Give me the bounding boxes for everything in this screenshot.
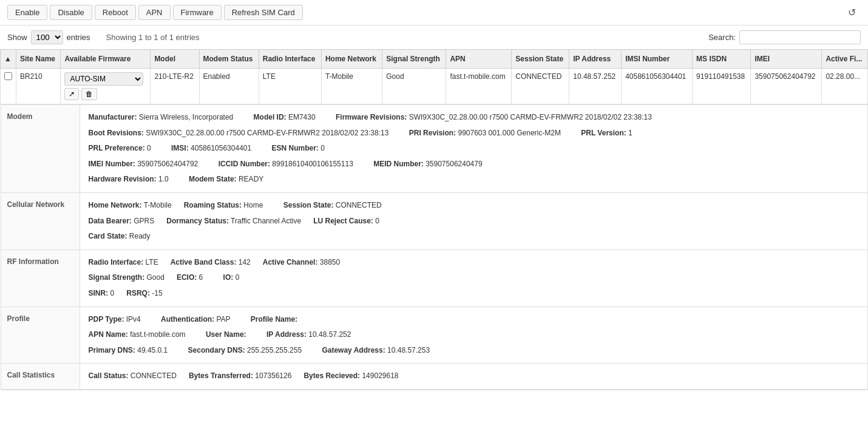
- card-state-label: Card State:: [89, 232, 127, 240]
- entries-select[interactable]: 100 25 50: [31, 30, 63, 44]
- col-available-firmware[interactable]: Available Firmware: [61, 50, 151, 69]
- dormancy-value: Traffic Channel Active: [231, 217, 301, 225]
- call-stats-section: Call Statistics Call Status: CONNECTED B…: [1, 364, 867, 390]
- profile-section: Profile PDP Type: IPv4 Authentication: P…: [1, 307, 867, 364]
- sinr-value: 0: [110, 289, 115, 297]
- rf-line3: SINR: 0 RSRQ: -15: [89, 287, 859, 300]
- prl-pref-label: PRL Preference:: [89, 144, 145, 152]
- refresh-icon[interactable]: ↺: [848, 7, 856, 18]
- col-imsi-number[interactable]: IMSI Number: [622, 50, 693, 69]
- bytes-transferred-label: Bytes Transferred:: [189, 371, 253, 380]
- col-signal-strength[interactable]: Signal Strength: [382, 50, 446, 69]
- col-ms-isdn[interactable]: MS ISDN: [693, 50, 751, 69]
- meid-value: 35907506240479: [426, 160, 482, 168]
- esn-label: ESN Number:: [272, 144, 319, 152]
- cell-home-network: T-Mobile: [321, 69, 382, 104]
- firmware-button[interactable]: Firmware: [173, 5, 222, 20]
- col-session-state[interactable]: Session State: [512, 50, 569, 69]
- call-stats-line1: Call Status: CONNECTED Bytes Transferred…: [89, 370, 859, 383]
- cellular-line3: Card State: Ready: [89, 230, 859, 243]
- cell-imsi-number: 405861056304401: [622, 69, 693, 104]
- enable-button[interactable]: Enable: [7, 5, 47, 20]
- data-bearer-value: GPRS: [134, 217, 154, 225]
- toolbar: Enable Disable Reboot APN Firmware Refre…: [0, 0, 868, 25]
- pdp-type-value: IPv4: [126, 315, 141, 324]
- profile-line1: PDP Type: IPv4 Authentication: PAP Profi…: [89, 313, 859, 327]
- imsi-value: 405861056304401: [191, 144, 251, 152]
- col-model[interactable]: Model: [151, 50, 199, 69]
- disable-button[interactable]: Disable: [50, 5, 92, 20]
- pdp-type-label: PDP Type:: [89, 315, 124, 324]
- cell-active-fi: 02.28.00...: [822, 69, 868, 104]
- active-channel-label: Active Channel:: [263, 258, 318, 266]
- show-label: Show: [7, 33, 27, 42]
- showing-text: Showing 1 to 1 of 1 entries: [106, 33, 200, 42]
- col-radio-interface[interactable]: Radio Interface: [259, 50, 321, 69]
- gateway-label: Gateway Address:: [322, 346, 385, 354]
- modem-state-label: Modem State:: [189, 175, 237, 183]
- call-status-label: Call Status:: [89, 371, 129, 380]
- col-active-fi[interactable]: Active Fi...: [822, 50, 868, 69]
- col-imei[interactable]: IMEI: [751, 50, 822, 69]
- gateway-value: 10.48.57.253: [387, 346, 430, 354]
- call-stats-label: Call Statistics: [1, 364, 80, 390]
- cell-imei: 359075062404792: [751, 69, 822, 104]
- table-header-row: ▲ Site Name Available Firmware Model Mod…: [1, 50, 868, 69]
- col-ip-address[interactable]: IP Address: [569, 50, 622, 69]
- row-checkbox[interactable]: [4, 72, 12, 80]
- cellular-section: Cellular Network Home Network: T-Mobile …: [1, 193, 867, 250]
- col-apn[interactable]: APN: [446, 50, 512, 69]
- cell-radio-interface: LTE: [259, 69, 321, 104]
- cell-ip-address: 10.48.57.252: [569, 69, 622, 104]
- esn-value: 0: [320, 144, 325, 152]
- imei-label: IMEI Number:: [89, 160, 135, 168]
- main-table: ▲ Site Name Available Firmware Model Mod…: [0, 49, 868, 390]
- rf-line1: Radio Interface: LTE Active Band Class: …: [89, 256, 859, 270]
- rf-content: Radio Interface: LTE Active Band Class: …: [80, 250, 867, 307]
- reboot-button[interactable]: Reboot: [95, 5, 136, 20]
- auth-label: Authentication:: [161, 315, 214, 324]
- firmware-upload-icon[interactable]: ↗: [64, 88, 79, 100]
- cell-apn: fast.t-mobile.com: [446, 69, 512, 104]
- firmware-actions: ↗ 🗑: [64, 88, 146, 100]
- signal-strength-label: Signal Strength:: [89, 273, 145, 282]
- hw-rev-label: Hardware Revision:: [89, 175, 157, 183]
- iccid-value: 89918610400106155113: [272, 160, 353, 168]
- active-band-value: 142: [239, 258, 251, 266]
- session-state-label: Session State:: [283, 201, 334, 209]
- imsi-label: IMSI:: [171, 144, 189, 152]
- active-band-label: Active Band Class:: [171, 258, 237, 266]
- cell-session-state: CONNECTED: [512, 69, 569, 104]
- col-home-network[interactable]: Home Network: [321, 50, 382, 69]
- search-input[interactable]: [739, 30, 861, 44]
- col-modem-status[interactable]: Modem Status: [199, 50, 259, 69]
- radio-iface-value: LTE: [146, 258, 158, 266]
- secondary-dns-label: Secondary DNS:: [188, 346, 245, 354]
- cellular-label: Cellular Network: [1, 193, 80, 250]
- apn-button[interactable]: APN: [138, 5, 171, 20]
- modem-label: Modem: [1, 105, 80, 193]
- sinr-label: SINR:: [89, 289, 109, 297]
- imei-value: 359075062404792: [137, 160, 198, 168]
- table-row: BR210 AUTO-SIM ↗ 🗑 210-LTE-R2 Enabled LT…: [1, 69, 868, 104]
- sort-col[interactable]: ▲: [1, 50, 16, 69]
- modem-line2: Boot Revisions: SWI9X30C_02.28.00.00 r75…: [89, 127, 859, 140]
- meid-label: MEID Number:: [373, 160, 424, 168]
- card-state-value: Ready: [129, 232, 151, 240]
- model-id-value: EM7430: [288, 113, 316, 121]
- io-value: 0: [236, 273, 240, 282]
- cellular-content: Home Network: T-Mobile Roaming Status: H…: [80, 193, 867, 250]
- roaming-status-label: Roaming Status:: [184, 201, 242, 209]
- apn-name-label: APN Name:: [89, 330, 128, 339]
- col-site-name[interactable]: Site Name: [16, 50, 61, 69]
- refresh-sim-button[interactable]: Refresh SIM Card: [224, 5, 303, 20]
- show-entries-container: Show 100 25 50 entries Showing 1 to 1 of…: [7, 30, 200, 44]
- search-label: Search:: [708, 33, 736, 42]
- cell-available-firmware: AUTO-SIM ↗ 🗑: [61, 69, 151, 104]
- firmware-delete-icon[interactable]: 🗑: [81, 88, 97, 100]
- firmware-rev-label: Firmware Revisions:: [336, 113, 407, 121]
- rf-line2: Signal Strength: Good ECIO: 6 IO: 0: [89, 271, 859, 285]
- bytes-received-value: 149029618: [362, 371, 398, 380]
- firmware-select[interactable]: AUTO-SIM: [64, 72, 143, 86]
- prl-pref-value: 0: [147, 144, 151, 152]
